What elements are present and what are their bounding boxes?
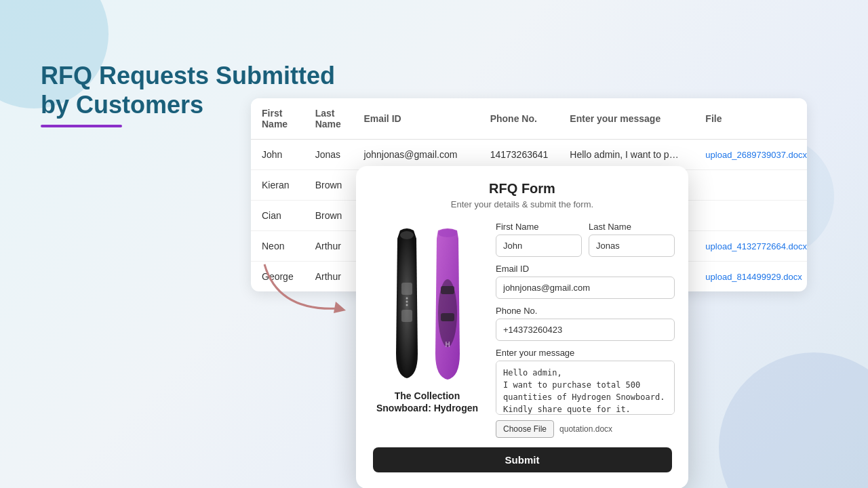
- submit-button[interactable]: Submit: [373, 447, 672, 472]
- snowboard-image: H: [373, 222, 481, 384]
- phone-label: Phone No.: [496, 306, 675, 316]
- title-underline: [41, 125, 122, 127]
- email-input[interactable]: [496, 277, 675, 299]
- cell-first-name: Neon: [251, 231, 304, 262]
- cell-phone: 14173263641: [479, 140, 559, 170]
- page-title-line2: by Customers: [41, 91, 203, 119]
- svg-rect-8: [441, 286, 454, 294]
- choose-file-button[interactable]: Choose File: [496, 420, 554, 438]
- svg-text:H: H: [445, 341, 450, 348]
- svg-rect-2: [401, 283, 412, 295]
- product-side: H The CollectionSnowboard: Hydrogen: [370, 222, 485, 445]
- col-header-email: Email ID: [353, 98, 479, 140]
- cell-message: Hello admin, I want to purchase total 50…: [559, 140, 694, 170]
- rfq-modal: RFQ Form Enter your details & submit the…: [356, 166, 688, 488]
- cell-file[interactable]: upload_814499929.docx: [694, 262, 807, 292]
- email-group: Email ID: [496, 264, 675, 299]
- cell-file[interactable]: upload_2689739037.docx: [694, 140, 807, 170]
- cell-file: [694, 201, 807, 231]
- arrow-decoration: [258, 258, 366, 328]
- last-name-input[interactable]: [589, 235, 675, 257]
- svg-point-4: [406, 298, 408, 300]
- svg-rect-9: [441, 313, 454, 321]
- first-name-group: First Name: [496, 222, 582, 257]
- cell-file: [694, 170, 807, 201]
- first-name-input[interactable]: [496, 235, 582, 257]
- cell-file[interactable]: upload_4132772664.docx: [694, 231, 807, 262]
- message-textarea[interactable]: Hello admin, I want to purchase total 50…: [496, 361, 675, 415]
- svg-point-5: [406, 301, 408, 303]
- email-label: Email ID: [496, 264, 675, 274]
- cell-last-name: Arthur: [304, 231, 353, 262]
- name-row: First Name Last Name: [496, 222, 675, 257]
- modal-header: RFQ Form Enter your details & submit the…: [356, 166, 688, 215]
- bg-decoration-br: [719, 352, 868, 488]
- modal-body: H The CollectionSnowboard: Hydrogen Firs…: [356, 215, 688, 445]
- first-name-label: First Name: [496, 222, 582, 232]
- file-upload-row: Choose File quotation.docx: [496, 420, 675, 438]
- svg-rect-3: [401, 310, 412, 322]
- table-header-row: First Name Last Name Email ID Phone No. …: [251, 98, 807, 140]
- last-name-group: Last Name: [589, 222, 675, 257]
- modal-subtitle: Enter your details & submit the form.: [370, 199, 675, 209]
- page-title-line1: RFQ Requests Submitted: [41, 62, 335, 89]
- product-name: The CollectionSnowboard: Hydrogen: [376, 390, 478, 414]
- message-group: Enter your message Hello admin, I want t…: [496, 348, 675, 415]
- col-header-phone: Phone No.: [479, 98, 559, 140]
- phone-input[interactable]: [496, 319, 675, 341]
- modal-title: RFQ Form: [370, 181, 675, 197]
- col-header-message: Enter your message: [559, 98, 694, 140]
- svg-point-11: [438, 229, 457, 237]
- col-header-file: File: [694, 98, 807, 140]
- cell-first-name: Kieran: [251, 170, 304, 201]
- file-name-label: quotation.docx: [559, 424, 612, 434]
- col-header-first-name: First Name: [251, 98, 304, 140]
- cell-last-name: Brown: [304, 170, 353, 201]
- cell-last-name: Brown: [304, 201, 353, 231]
- svg-point-1: [400, 231, 414, 239]
- cell-last-name: Jonas: [304, 140, 353, 170]
- cell-email: johnjonas@gmail.com: [353, 140, 479, 170]
- cell-first-name: John: [251, 140, 304, 170]
- svg-marker-0: [334, 302, 346, 313]
- phone-group: Phone No.: [496, 306, 675, 341]
- snowboard-purple: H: [429, 225, 467, 381]
- table-row: JohnJonasjohnjonas@gmail.com14173263641H…: [251, 140, 807, 170]
- message-label: Enter your message: [496, 348, 675, 358]
- col-header-last-name: Last Name: [304, 98, 353, 140]
- form-side: First Name Last Name Email ID Phone No.: [496, 222, 675, 445]
- svg-point-6: [406, 304, 408, 306]
- cell-first-name: Cian: [251, 201, 304, 231]
- snowboard-black: [388, 225, 426, 381]
- last-name-label: Last Name: [589, 222, 675, 232]
